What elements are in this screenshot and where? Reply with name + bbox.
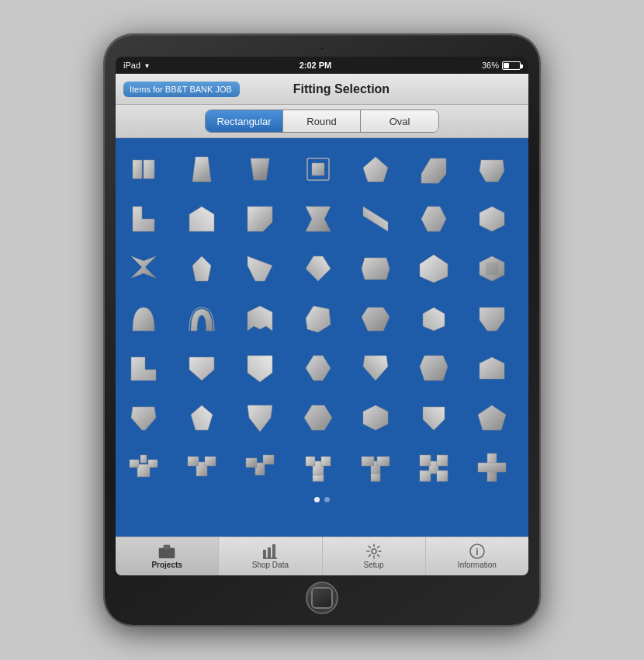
fitting-item[interactable] (237, 394, 283, 441)
fitting-item[interactable] (352, 146, 399, 193)
svg-marker-25 (306, 306, 331, 332)
fitting-item[interactable] (237, 444, 283, 491)
dot-2 (324, 497, 330, 502)
tab-information[interactable]: i Information (426, 537, 528, 575)
home-button[interactable] (306, 582, 338, 614)
fitting-item[interactable] (352, 245, 399, 292)
tab-shop-data-label: Shop Data (252, 561, 289, 569)
time-display: 2:02 PM (299, 61, 332, 70)
home-button-inner (311, 587, 333, 609)
tab-information-label: Information (458, 561, 497, 569)
fitting-item[interactable] (120, 345, 167, 391)
fitting-item[interactable] (237, 245, 283, 292)
fitting-item[interactable] (178, 146, 225, 193)
fitting-item[interactable] (295, 196, 341, 242)
fitting-item[interactable] (295, 394, 341, 441)
svg-rect-55 (321, 457, 331, 466)
battery-icon (502, 61, 521, 70)
battery-percent: 36% (482, 61, 499, 70)
fitting-item[interactable] (410, 146, 457, 193)
dot-1 (314, 497, 320, 502)
svg-rect-72 (272, 544, 275, 558)
fitting-item[interactable] (295, 345, 341, 391)
svg-marker-21 (420, 255, 448, 283)
fitting-item[interactable] (410, 345, 457, 391)
fitting-item[interactable] (469, 146, 515, 193)
fitting-item[interactable] (120, 245, 167, 292)
fitting-item[interactable] (237, 345, 283, 391)
page-title: Fitting Selection (293, 82, 390, 96)
pagination-dots (119, 492, 525, 505)
svg-marker-26 (362, 307, 390, 331)
fitting-item[interactable] (352, 394, 399, 441)
fitting-item[interactable] (178, 245, 225, 292)
svg-rect-70 (263, 550, 266, 558)
svg-marker-3 (251, 158, 269, 180)
svg-rect-54 (306, 457, 315, 466)
svg-marker-16 (131, 256, 156, 278)
fitting-item[interactable] (352, 196, 399, 242)
fitting-item[interactable] (237, 146, 283, 193)
svg-rect-71 (268, 547, 271, 558)
svg-rect-48 (188, 457, 199, 466)
back-button[interactable]: Items for BB&T BANK JOB (123, 82, 240, 97)
fitting-item[interactable] (410, 295, 457, 342)
fitting-item[interactable] (178, 196, 225, 242)
svg-text:i: i (476, 547, 478, 558)
svg-marker-20 (362, 258, 390, 280)
tab-oval[interactable]: Oval (361, 110, 438, 132)
fitting-item[interactable] (295, 444, 341, 491)
fitting-item[interactable] (178, 345, 225, 391)
fitting-item[interactable] (352, 444, 399, 491)
fitting-item[interactable] (120, 146, 167, 193)
fitting-item[interactable] (352, 345, 399, 391)
status-bar: iPad ▾ 2:02 PM 36% (116, 57, 528, 74)
fitting-item[interactable] (469, 295, 515, 342)
information-icon: i (468, 544, 486, 559)
svg-rect-69 (164, 545, 170, 550)
fitting-item[interactable] (410, 245, 457, 292)
tablet-device: iPad ▾ 2:02 PM 36% Items for BB&T BANK J… (105, 35, 539, 625)
fitting-item[interactable] (120, 394, 167, 441)
tab-round[interactable]: Round (283, 110, 361, 132)
tab-shop-data[interactable]: Shop Data (219, 537, 322, 575)
carrier-label: iPad (123, 61, 140, 70)
svg-point-74 (372, 549, 376, 554)
fitting-item[interactable] (120, 444, 167, 491)
tab-projects[interactable]: Projects (116, 537, 219, 575)
svg-marker-15 (480, 207, 504, 231)
svg-marker-29 (131, 357, 156, 380)
fitting-item[interactable] (178, 444, 225, 491)
svg-rect-62 (420, 455, 431, 466)
shop-data-icon (261, 544, 279, 559)
fitting-item[interactable] (237, 295, 283, 342)
fitting-item[interactable] (120, 295, 167, 342)
fitting-item[interactable] (469, 444, 515, 491)
svg-marker-33 (363, 356, 388, 380)
fitting-item[interactable] (469, 245, 515, 292)
fitting-item[interactable] (120, 196, 167, 242)
tab-setup[interactable]: Setup (323, 537, 426, 575)
fitting-item[interactable] (237, 196, 283, 242)
fitting-item[interactable] (178, 394, 225, 441)
svg-rect-44 (130, 460, 139, 467)
setup-icon (365, 544, 383, 559)
fitting-item[interactable] (469, 394, 515, 441)
fitting-item[interactable] (469, 345, 515, 391)
fitting-item[interactable] (295, 295, 341, 342)
svg-marker-42 (478, 405, 506, 430)
fitting-item[interactable] (410, 444, 457, 491)
svg-marker-8 (480, 160, 504, 182)
svg-marker-7 (421, 158, 446, 183)
fitting-item[interactable] (410, 196, 457, 242)
svg-rect-5 (312, 163, 324, 175)
fitting-item[interactable] (295, 146, 341, 193)
svg-marker-28 (480, 307, 504, 331)
fitting-item[interactable] (469, 196, 515, 242)
svg-marker-39 (304, 405, 332, 430)
fitting-item[interactable] (410, 394, 457, 441)
fitting-item[interactable] (295, 245, 341, 292)
fitting-item[interactable] (178, 295, 225, 342)
tab-rectangular[interactable]: Rectangular (206, 110, 283, 132)
fitting-item[interactable] (352, 295, 399, 342)
